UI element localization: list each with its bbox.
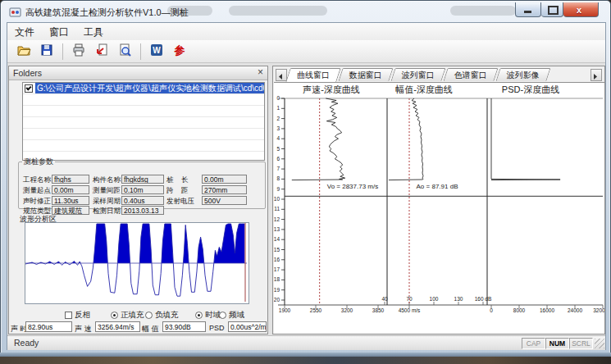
chart-title: 幅值-深度曲线 [395,84,453,94]
param-field[interactable]: 500V [202,196,247,205]
depth-tick-label: 10 [274,196,280,202]
x-tick-label: 0 [490,307,493,313]
tab-label: 波列影像 [507,69,540,81]
sound-time-field[interactable]: 82.90us [25,321,72,332]
radio-icon[interactable] [219,312,226,319]
param-field[interactable]: 0.00m [202,175,247,184]
folders-list[interactable]: G:\公司产品设计开发\超声仪器\超声仪实地检测数据调试\cd\cd03\cd0… [22,82,265,161]
fill-positive-radio[interactable]: 正填充 [111,310,144,321]
toolbar-separator [140,43,141,60]
x-tick-label: 16000 [540,307,554,313]
folder-checkbox[interactable] [25,84,33,93]
param-field[interactable]: 0.00m [52,185,89,194]
amplitude-field[interactable]: 93.90dB [162,321,206,332]
folder-path-label: G:\公司产品设计开发\超声仪器\超声仪实地检测数据调试\cd\cd03\cd0… [35,83,264,94]
time-domain-radio[interactable]: 时域 [195,310,221,321]
menu-window[interactable]: 窗口 [42,23,76,42]
pile-params-group: 测桩参数 工程名称fhghs构件名称fhgkdsg桩 长0.00m测量起点0.0… [18,157,266,209]
depth-tick-label: 13 [274,226,280,232]
toolbar-print-button[interactable] [68,41,89,62]
toolbar-export-button[interactable] [91,41,112,62]
param-label: 构件名称 [93,175,121,185]
sound-velocity-field[interactable]: 3256.94m/s [95,321,140,332]
depth-tick-label: 18 [274,276,280,282]
psd-label: PSD [209,324,225,332]
waveform-line [25,224,244,296]
toolbar-word-report-button[interactable]: W [146,41,167,62]
checkbox-icon[interactable] [65,312,72,319]
depth-tick-label: 12 [274,216,280,222]
freq-domain-radio[interactable]: 频域 [219,310,244,321]
x-tick-label: 8000 [513,307,526,313]
depth-tick-label: 20 [274,297,280,303]
application-window: 高铁建筑混凝土检测分析软件V1.0—测桩 x 文件窗口工具 W参 Folders… [0,0,611,364]
indicator-num: NUM [545,338,569,349]
app-icon [9,6,22,19]
psd-field[interactable]: 0.00us^2/m [228,321,267,332]
resize-grip[interactable] [595,339,604,348]
invert-checkbox-label: 反相 [75,310,90,321]
x-tick-label: 2550 [310,307,322,313]
folder-open-icon [17,43,31,60]
param-field[interactable]: fhgkdsg [121,175,164,184]
param-field[interactable]: 建筑规范 [52,206,89,215]
folders-panel-title: Folders [13,68,42,78]
depth-curve [389,98,423,180]
close-button[interactable]: x [563,2,599,17]
tab-4[interactable]: 色谱窗口 [443,68,498,81]
x-tick-label: 3850 [372,307,385,313]
x-tick-label: 100 [430,296,439,302]
waveform-svg [25,223,247,302]
window-title: 高铁建筑混凝土检测分析软件V1.0—测桩 [25,7,189,19]
radio-icon[interactable] [195,312,203,319]
folder-list-item[interactable]: G:\公司产品设计开发\超声仪器\超声仪实地检测数据调试\cd\cd03\cd0… [23,83,264,94]
folders-panel-titlebar: Folders × [9,66,267,80]
param-field[interactable]: 2013.03.13 [121,206,164,215]
tab-scroll-left-button[interactable] [276,69,287,81]
folders-panel-close-icon[interactable]: × [258,66,263,78]
print-preview-icon [118,43,131,60]
param-field[interactable]: 11.30us [52,196,89,205]
tab-label: 色谱窗口 [454,69,487,81]
radio-icon[interactable] [145,312,153,319]
toolbar-parameters-button[interactable]: 参 [169,41,190,62]
param-field[interactable]: 0.40us [121,196,164,205]
minimize-button[interactable] [515,2,541,17]
toolbar-save-button[interactable] [36,41,57,62]
folder-list-empty-row [23,117,264,129]
depth-tick-label: 14 [274,236,280,242]
maximize-icon [548,6,559,15]
title-bar: 高铁建筑混凝土检测分析软件V1.0—测桩 x [7,4,604,22]
param-field[interactable]: fhghs [52,175,89,184]
tab-1[interactable]: 曲线窗口 [285,68,341,82]
depth-tick-label: 6 [276,156,280,162]
tab-5[interactable]: 波列影像 [495,68,550,81]
param-label: 声时修正 [23,197,51,207]
fill-negative-radio[interactable]: 负填充 [145,310,179,321]
waveform-controls: 反相正填充负填充时域频域 [9,309,267,321]
param-label: 跨 距 [166,186,188,196]
depth-tick-label: 4 [276,135,280,141]
chart-title: PSD-深度曲线 [502,84,559,94]
tab-scroll-right-button[interactable] [590,69,602,81]
tab-3[interactable]: 波列窗口 [390,68,445,81]
depth-tick-label: 5 [276,146,280,152]
close-icon: x [577,5,581,15]
menu-file[interactable]: 文件 [7,23,42,42]
radio-icon[interactable] [111,312,118,319]
invert-checkbox[interactable]: 反相 [65,310,90,321]
param-label: 发射电压 [166,197,194,207]
depth-tick-label: 2 [276,116,280,121]
tab-2[interactable]: 数据窗口 [338,68,393,81]
menu-tools[interactable]: 工具 [76,23,111,42]
depth-tick-label: 3 [276,125,280,131]
param-field[interactable]: 0.10m [121,185,164,194]
depth-tick-label: 17 [274,266,280,272]
status-text: Ready [14,338,39,348]
maximize-button[interactable] [541,2,563,17]
depth-curve [491,98,560,180]
param-field[interactable]: 270mm [202,185,247,194]
toolbar-open-button[interactable] [13,41,34,62]
toolbar-preview-button[interactable] [114,41,135,62]
depth-tick-label: 1 [276,105,280,111]
